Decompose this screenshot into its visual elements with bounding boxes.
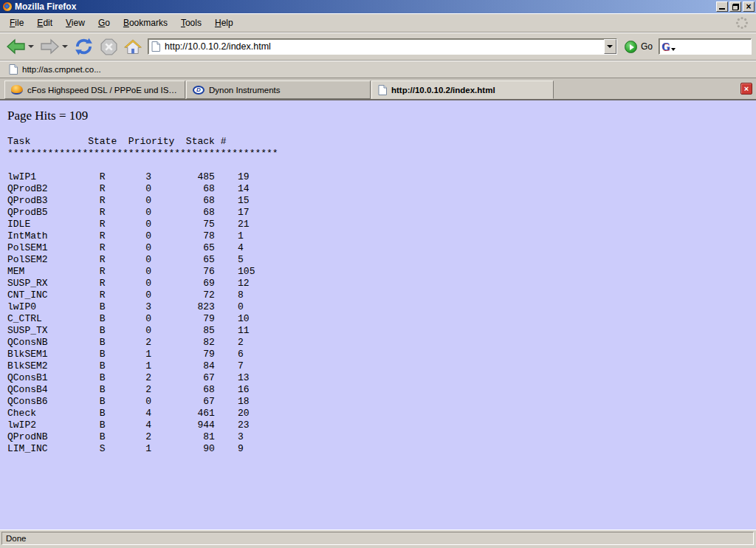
page-icon <box>378 85 387 95</box>
go-icon <box>625 41 637 53</box>
tab-label: Dynon Instruments <box>209 86 281 95</box>
close-icon: × <box>746 2 751 11</box>
back-icon <box>6 38 26 55</box>
page-content: Page Hits = 109 Task State Priority Stac… <box>0 100 756 530</box>
menu-bar: FileEditViewGoBookmarksToolsHelp <box>0 13 756 32</box>
title-bar: Mozilla Firefox × <box>0 0 756 13</box>
window-title: Mozilla Firefox <box>15 1 76 12</box>
stop-button[interactable] <box>98 36 120 58</box>
forward-button[interactable] <box>38 37 61 56</box>
firefox-window: Mozilla Firefox × FileEditViewGoBookmark… <box>0 0 756 548</box>
tab-close-button[interactable]: × <box>740 83 752 95</box>
status-panel: Done <box>1 532 754 545</box>
bookmark-item[interactable]: http://as.cmpnet.co... <box>6 63 104 76</box>
menu-help[interactable]: Help <box>208 16 240 30</box>
menu-go[interactable]: Go <box>92 16 117 30</box>
menu-file[interactable]: File <box>3 16 30 30</box>
menu-tools[interactable]: Tools <box>174 16 208 30</box>
bookmark-label: http://as.cmpnet.co... <box>22 65 101 74</box>
menu-view[interactable]: View <box>59 16 92 30</box>
dynon-icon: D <box>193 86 205 95</box>
tab-label: http://10.0.10.2/index.html <box>391 86 495 95</box>
firefox-logo-icon <box>2 1 13 12</box>
stop-icon <box>100 38 118 56</box>
forward-dropdown-icon[interactable] <box>62 45 68 48</box>
tab-3[interactable]: http://10.0.10.2/index.html <box>371 81 554 99</box>
restore-icon <box>732 4 739 10</box>
page-hits-text: Page Hits = 109 <box>7 109 756 123</box>
reload-icon <box>74 37 94 56</box>
google-logo-icon: G <box>662 41 670 52</box>
status-bar: Done <box>0 530 756 548</box>
cfos-icon <box>11 85 23 95</box>
menu-edit[interactable]: Edit <box>30 16 59 30</box>
url-page-icon <box>151 41 160 52</box>
minimize-icon <box>719 8 725 10</box>
close-button[interactable]: × <box>743 1 755 12</box>
tab-label: cFos Highspeed DSL / PPPoE und ISDN CAP.… <box>27 86 179 95</box>
reload-button[interactable] <box>72 35 95 58</box>
navigation-toolbar: Go G <box>0 32 756 61</box>
search-box: G <box>659 38 752 55</box>
url-dropdown-button[interactable] <box>604 39 616 54</box>
url-input[interactable] <box>163 41 604 52</box>
status-text: Done <box>6 534 27 543</box>
tab-2[interactable]: DDynon Instruments <box>186 81 371 99</box>
restore-button[interactable] <box>729 1 741 12</box>
tab-strip: cFos Highspeed DSL / PPPoE und ISDN CAP.… <box>0 78 756 100</box>
go-label: Go <box>641 41 653 52</box>
forward-icon <box>40 38 60 55</box>
back-dropdown-icon[interactable] <box>28 45 34 48</box>
url-bar <box>148 38 617 55</box>
throbber-icon <box>735 16 749 30</box>
menu-bookmarks[interactable]: Bookmarks <box>117 16 174 30</box>
back-button[interactable] <box>4 37 27 56</box>
home-icon <box>124 39 142 55</box>
minimize-button[interactable] <box>716 1 728 12</box>
bookmark-page-icon <box>9 64 18 75</box>
task-table: Task State Priority Stack # ************… <box>7 136 756 455</box>
home-button[interactable] <box>123 38 143 56</box>
search-input[interactable] <box>676 41 749 52</box>
bookmarks-toolbar: http://as.cmpnet.co... <box>0 61 756 78</box>
go-button[interactable]: Go <box>622 41 659 53</box>
tab-1[interactable]: cFos Highspeed DSL / PPPoE und ISDN CAP.… <box>4 81 185 99</box>
